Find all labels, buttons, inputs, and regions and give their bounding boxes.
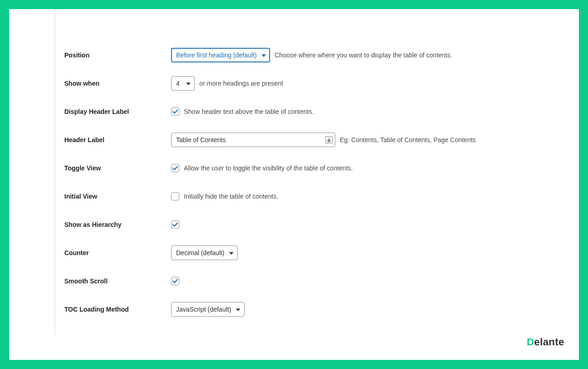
row-display-header-label: Display Header Label Show header text ab… bbox=[55, 97, 579, 126]
row-toc-loading: TOC Loading Method JavaScript (default) bbox=[55, 295, 579, 323]
control-header-label: Eg: Contents, Table of Contents, Page Co… bbox=[171, 133, 476, 147]
control-initial-view: Initially hide the table of contents. bbox=[171, 192, 278, 200]
delante-logo: Delante bbox=[527, 336, 564, 348]
select-position-wrap: Before first heading (default) bbox=[171, 48, 270, 62]
check-icon bbox=[172, 165, 178, 171]
checkbox-display-header-label[interactable] bbox=[171, 108, 179, 116]
logo-rest: elante bbox=[534, 336, 564, 348]
label-show-hierarchy: Show as Hierarchy bbox=[64, 221, 171, 228]
label-show-when: Show when bbox=[64, 80, 171, 87]
label-counter: Counter bbox=[64, 249, 171, 256]
control-smooth-scroll bbox=[171, 277, 179, 285]
control-display-header-label: Show header text above the table of cont… bbox=[171, 108, 314, 116]
control-show-when: 4 or more headings are present bbox=[171, 76, 283, 91]
select-counter[interactable]: Decimal (default) bbox=[171, 246, 238, 260]
select-show-when[interactable]: 4 bbox=[171, 76, 195, 91]
control-toggle-view: Allow the user to toggle the visibility … bbox=[171, 164, 353, 172]
check-icon bbox=[172, 221, 178, 228]
control-counter: Decimal (default) bbox=[171, 246, 238, 260]
label-toggle-view: Toggle View bbox=[64, 164, 171, 172]
input-wrap-header-label bbox=[171, 133, 335, 147]
checkbox-smooth-scroll[interactable] bbox=[171, 277, 179, 285]
row-counter: Counter Decimal (default) bbox=[55, 239, 579, 267]
check-icon bbox=[172, 278, 178, 284]
settings-form: Position Before first heading (default) … bbox=[55, 9, 579, 335]
label-toc-loading: TOC Loading Method bbox=[64, 306, 171, 313]
row-show-hierarchy: Show as Hierarchy bbox=[55, 210, 579, 239]
help-position: Choose where where you want to display t… bbox=[275, 51, 452, 59]
label-display-header-label: Display Header Label bbox=[64, 108, 171, 115]
select-toc-loading[interactable]: JavaScript (default) bbox=[171, 302, 245, 317]
app-frame: Position Before first heading (default) … bbox=[0, 0, 588, 369]
label-initial-view: Initial View bbox=[64, 193, 171, 200]
control-toc-loading: JavaScript (default) bbox=[171, 302, 245, 317]
control-show-hierarchy bbox=[171, 220, 179, 229]
row-smooth-scroll: Smooth Scroll bbox=[55, 267, 579, 295]
row-position: Position Before first heading (default) … bbox=[55, 41, 579, 69]
select-toc-loading-wrap: JavaScript (default) bbox=[171, 302, 245, 317]
select-counter-wrap: Decimal (default) bbox=[171, 246, 238, 260]
help-header-label: Eg: Contents, Table of Contents, Page Co… bbox=[340, 136, 476, 144]
check-icon bbox=[172, 108, 178, 115]
logo-letter-d: D bbox=[527, 336, 534, 348]
row-initial-view: Initial View Initially hide the table of… bbox=[55, 182, 579, 210]
select-show-when-wrap: 4 bbox=[171, 76, 195, 91]
checkbox-text-display-header-label: Show header text above the table of cont… bbox=[184, 108, 314, 115]
checkbox-show-hierarchy[interactable] bbox=[171, 220, 179, 229]
checkbox-text-toggle-view: Allow the user to toggle the visibility … bbox=[184, 164, 353, 172]
row-header-label: Header Label Eg: Contents, Table of Cont… bbox=[55, 126, 579, 154]
checkbox-text-initial-view: Initially hide the table of contents. bbox=[184, 193, 278, 200]
row-show-when: Show when 4 or more headings are present bbox=[55, 69, 579, 97]
select-position[interactable]: Before first heading (default) bbox=[171, 48, 270, 62]
input-header-label[interactable] bbox=[171, 133, 335, 147]
control-position: Before first heading (default) Choose wh… bbox=[171, 48, 452, 62]
checkbox-toggle-view[interactable] bbox=[171, 164, 179, 172]
suffix-show-when: or more headings are present bbox=[199, 80, 283, 87]
checkbox-initial-view[interactable] bbox=[171, 192, 179, 200]
autofill-icon bbox=[325, 136, 333, 144]
label-smooth-scroll: Smooth Scroll bbox=[64, 277, 171, 285]
label-position: Position bbox=[64, 51, 171, 59]
row-toggle-view: Toggle View Allow the user to toggle the… bbox=[55, 154, 579, 182]
label-header-label: Header Label bbox=[64, 136, 171, 144]
